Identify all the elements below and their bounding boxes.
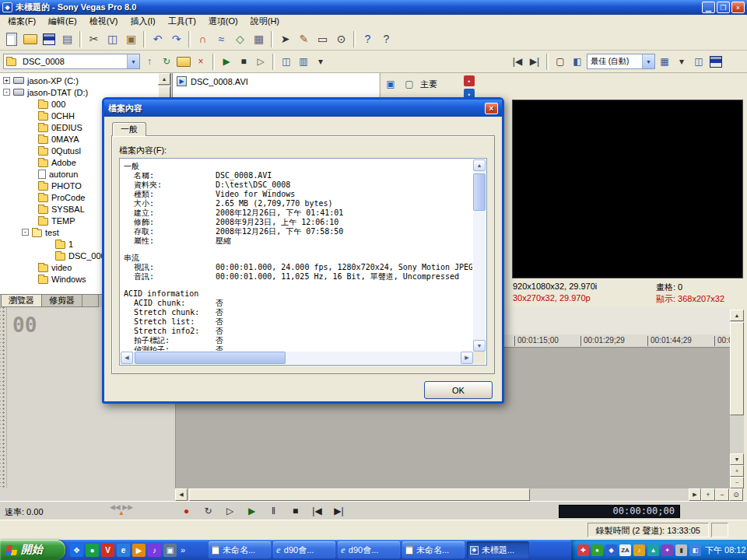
- zoom-out-track-height-icon[interactable]: −: [730, 477, 744, 488]
- scroll-down-icon[interactable]: ▼: [473, 340, 486, 352]
- up-one-level-icon[interactable]: ↑: [142, 54, 157, 69]
- dock-tab[interactable]: 瀏覽器: [1, 295, 42, 307]
- open-project-icon[interactable]: [21, 30, 39, 48]
- tray-icon-9[interactable]: ◧: [689, 544, 701, 556]
- play-from-start-button[interactable]: ▷: [221, 504, 239, 518]
- start-button[interactable]: 開始: [0, 540, 65, 560]
- scrollbar-track[interactable]: [730, 321, 744, 453]
- toolbar-separator[interactable]: [188, 31, 191, 47]
- menu-item[interactable]: 檢視(V): [83, 15, 124, 28]
- checkbox-icon[interactable]: ▢: [402, 76, 417, 92]
- interactive-tutorials-icon[interactable]: ?: [359, 30, 377, 48]
- go-to-end-icon[interactable]: ▶|: [527, 54, 542, 69]
- quick-launch-overflow-icon[interactable]: »: [179, 545, 187, 555]
- menu-item[interactable]: 編輯(E): [42, 15, 83, 28]
- zoom-tool-icon[interactable]: ⊙: [729, 488, 743, 501]
- external-monitor-icon[interactable]: ▢: [552, 54, 568, 69]
- menu-item[interactable]: 說明(H): [244, 15, 286, 28]
- tray-icon-8[interactable]: ▮: [675, 544, 687, 556]
- quality-dropdown-icon[interactable]: ▼: [642, 54, 654, 68]
- toolbar-separator[interactable]: [353, 31, 356, 47]
- taskbar-task-button[interactable]: e d90會...: [338, 541, 400, 558]
- tab-general[interactable]: 一般: [112, 122, 146, 136]
- tree-item[interactable]: - jason-DTAT (D:): [0, 86, 158, 98]
- auto-preview-icon[interactable]: ▷: [253, 54, 268, 69]
- menu-item[interactable]: 工具(T): [162, 15, 202, 28]
- delete-icon[interactable]: ×: [193, 54, 209, 69]
- taskbar-task-button[interactable]: e d90會...: [273, 541, 335, 558]
- selection-edit-tool-icon[interactable]: ▭: [314, 30, 331, 48]
- scrub-marker-icon[interactable]: ▲: [96, 510, 146, 516]
- quick-launch-icon-7[interactable]: ▣: [163, 544, 177, 557]
- zoom-out-time-icon[interactable]: −: [715, 488, 729, 501]
- go-to-start-icon[interactable]: |◀: [510, 54, 525, 69]
- go-to-end-button[interactable]: ▶|: [330, 504, 348, 518]
- close-button[interactable]: ×: [731, 2, 745, 13]
- scrub-control[interactable]: ◀◀ ▶▶ ▲: [96, 504, 146, 516]
- scrollbar-thumb[interactable]: [189, 488, 530, 501]
- menu-item[interactable]: 選項(O): [202, 15, 244, 28]
- tray-icon-2[interactable]: ●: [591, 544, 603, 556]
- toolbar-separator[interactable]: [546, 54, 549, 70]
- tray-icon-6[interactable]: ▲: [647, 544, 659, 556]
- copy-icon[interactable]: ◫: [103, 30, 121, 48]
- whats-this-help-icon[interactable]: ?: [377, 30, 395, 48]
- save-snapshot-icon[interactable]: [708, 54, 724, 69]
- scrollbar-track[interactable]: [473, 171, 486, 340]
- scroll-up-icon[interactable]: ▲: [473, 159, 486, 171]
- go-to-start-button[interactable]: |◀: [308, 504, 326, 518]
- scroll-left-icon[interactable]: ◀: [121, 352, 133, 364]
- split-screen-view-icon[interactable]: ◧: [570, 54, 585, 69]
- zoom-edit-tool-icon[interactable]: ⊙: [332, 30, 350, 48]
- dock-grip[interactable]: [0, 307, 7, 488]
- app-titlebar[interactable]: ◆ 未標題的 - Sony Vegas Pro 8.0 ▁ ❐ ×: [0, 0, 747, 15]
- ignore-event-grouping-icon[interactable]: ▦: [250, 30, 268, 48]
- refresh-icon[interactable]: ↻: [159, 54, 174, 69]
- enable-snapping-icon[interactable]: ∩: [194, 30, 212, 48]
- zoom-in-track-height-icon[interactable]: +: [730, 465, 744, 477]
- new-folder-icon[interactable]: [176, 54, 191, 69]
- dialog-titlebar[interactable]: 檔案內容 ×: [104, 100, 502, 117]
- tray-icon-5[interactable]: ♪: [633, 544, 645, 556]
- scroll-down-icon[interactable]: ▼: [730, 453, 744, 465]
- file-list-item[interactable]: ▶ DSC_0008.AVI: [173, 73, 379, 89]
- envelope-edit-tool-icon[interactable]: ✎: [295, 30, 313, 48]
- quick-launch-icon-2[interactable]: ●: [86, 544, 99, 557]
- redo-icon[interactable]: ↷: [167, 30, 185, 48]
- properties-textbox[interactable]: 一般 名稱: DSC_0008.AVI 資料夾: D:\test\DSC_000…: [119, 158, 487, 366]
- restore-button[interactable]: ❐: [717, 2, 730, 13]
- scroll-left-icon[interactable]: ◀: [175, 488, 188, 501]
- scrollbar-thumb[interactable]: [135, 352, 286, 364]
- record-button[interactable]: ●: [177, 504, 195, 518]
- views-icon[interactable]: ▥: [296, 54, 311, 69]
- video-preview-icon[interactable]: ▣: [383, 76, 398, 92]
- tray-icon-7[interactable]: ✦: [661, 544, 673, 556]
- menu-item[interactable]: 檔案(F): [2, 15, 42, 28]
- stop-preview-icon[interactable]: ■: [236, 54, 251, 69]
- loop-playback-button[interactable]: ↻: [199, 504, 217, 518]
- tray-icon-3[interactable]: ◆: [605, 544, 617, 556]
- timeline-horizontal-scrollbar[interactable]: ◀ ▶: [175, 488, 701, 501]
- save-project-icon[interactable]: [40, 30, 58, 48]
- new-project-icon[interactable]: [2, 30, 20, 48]
- quick-launch-icon-5[interactable]: ▶: [132, 544, 146, 557]
- scroll-right-icon[interactable]: ▶: [461, 352, 473, 364]
- tree-expander-icon[interactable]: -: [3, 89, 10, 96]
- scroll-right-icon[interactable]: ▶: [689, 488, 701, 501]
- scrollbar-thumb[interactable]: [473, 173, 486, 211]
- stop-button[interactable]: ■: [286, 504, 304, 518]
- taskbar-task-button[interactable]: 未命名...: [209, 541, 271, 558]
- tree-expander-icon[interactable]: +: [3, 77, 10, 84]
- tree-expander-icon[interactable]: -: [22, 229, 29, 236]
- docked-window-icon[interactable]: ▪: [464, 75, 475, 86]
- scrollbar-track[interactable]: [188, 488, 689, 501]
- pause-button[interactable]: ‖: [265, 504, 282, 518]
- dock-tab[interactable]: 修剪器: [41, 295, 82, 307]
- overlays-dropdown-icon[interactable]: ▾: [674, 54, 689, 69]
- taskbar-task-button[interactable]: ◆ 未標題...: [467, 541, 529, 558]
- auto-ripple-icon[interactable]: ≈: [212, 30, 230, 48]
- overlays-grid-icon[interactable]: ▦: [657, 54, 672, 69]
- ok-button[interactable]: OK: [424, 381, 493, 399]
- menu-item[interactable]: 插入(I): [124, 15, 161, 28]
- transport-timecode-display[interactable]: 00:00:00;00: [559, 505, 680, 518]
